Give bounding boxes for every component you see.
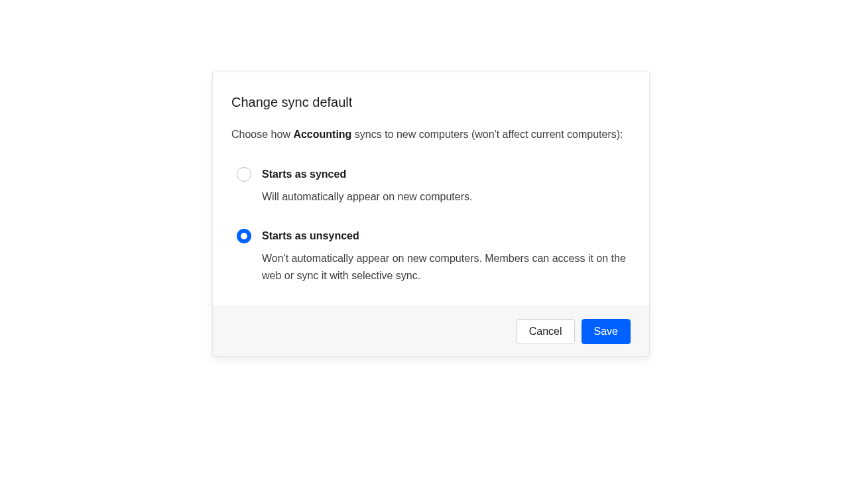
dialog-folder-name: Accounting <box>293 129 351 140</box>
option-starts-as-unsynced[interactable]: Starts as unsynced Won't automatically a… <box>237 229 631 284</box>
dialog-description: Choose how Accounting syncs to new compu… <box>231 126 631 143</box>
option-title: Starts as unsynced <box>262 229 631 243</box>
radio-icon-selected <box>237 229 251 243</box>
radio-icon <box>237 167 251 182</box>
option-title: Starts as synced <box>262 167 631 182</box>
dialog-description-suffix: syncs to new computers (won't affect cur… <box>351 129 623 140</box>
sync-options-group: Starts as synced Will automatically appe… <box>231 167 631 284</box>
option-description: Won't automatically appear on new comput… <box>262 250 631 284</box>
option-description: Will automatically appear on new compute… <box>262 188 631 206</box>
dialog-title: Change sync default <box>231 95 631 110</box>
option-starts-as-synced[interactable]: Starts as synced Will automatically appe… <box>237 167 631 206</box>
cancel-button[interactable]: Cancel <box>517 319 575 344</box>
dialog-description-prefix: Choose how <box>231 129 293 140</box>
change-sync-default-dialog: Change sync default Choose how Accountin… <box>212 72 650 357</box>
save-button[interactable]: Save <box>582 319 631 344</box>
dialog-body: Change sync default Choose how Accountin… <box>213 72 649 306</box>
option-text: Starts as synced Will automatically appe… <box>262 167 631 206</box>
dialog-footer: Cancel Save <box>213 306 649 356</box>
option-text: Starts as unsynced Won't automatically a… <box>262 229 631 284</box>
